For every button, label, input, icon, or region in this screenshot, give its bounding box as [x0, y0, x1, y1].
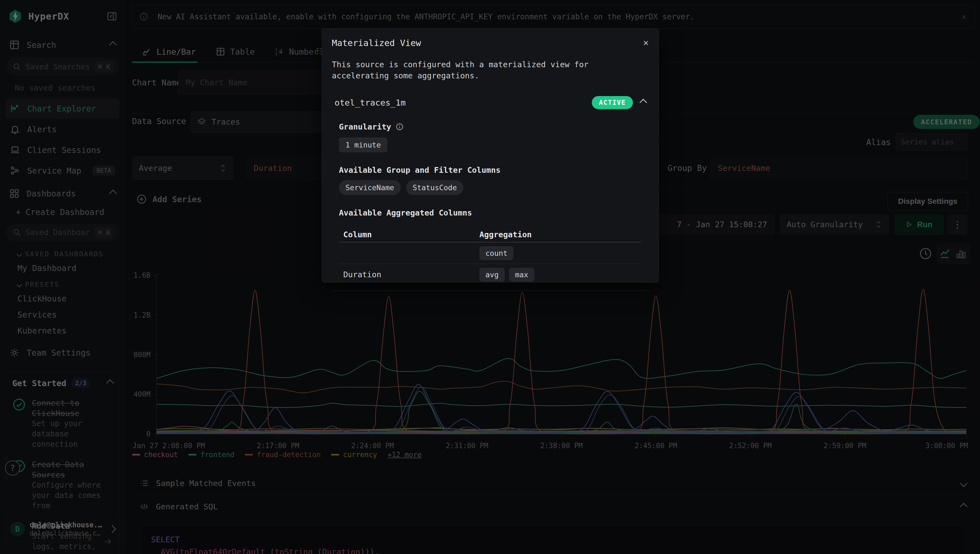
aggregation-pill: avg: [480, 268, 505, 282]
filter-column-pill: ServiceName: [339, 180, 401, 195]
aggregation-cell: count: [480, 248, 637, 258]
modal-title: Materialized View: [332, 38, 421, 48]
modal-description: This source is configured with a materia…: [332, 59, 649, 81]
aggregation-cell: avgmax: [480, 270, 637, 279]
materialized-view-modal: Materialized View ✕ This source is confi…: [322, 28, 659, 282]
aggregation-pill: max: [509, 268, 534, 282]
table-row: count: [339, 242, 641, 264]
aggregated-columns-table: Column Aggregation countDurationavgmax: [339, 227, 641, 285]
view-name: otel_traces_1m: [335, 98, 584, 107]
group-filter-columns-label: Available Group and Filter Columns: [339, 166, 649, 175]
chevron-up-icon[interactable]: [639, 99, 647, 107]
table-header-column: Column: [343, 230, 480, 239]
column-cell: Duration: [343, 270, 480, 279]
modal-close-icon[interactable]: ✕: [643, 38, 649, 47]
status-badge: ACTIVE: [592, 96, 633, 109]
granularity-label: Granularity: [339, 122, 391, 131]
filter-column-pill: StatusCode: [406, 180, 464, 195]
granularity-value-pill: 1 minute: [339, 137, 387, 152]
table-row: Durationavgmax: [339, 264, 641, 285]
hyperdx-app: HyperDX Search ⌘ K No saved searches Cha…: [0, 0, 980, 554]
info-icon: [395, 123, 404, 131]
group-filter-columns: ServiceNameStatusCode: [339, 180, 649, 195]
aggregated-columns-label: Available Aggregated Columns: [339, 208, 649, 217]
aggregation-pill: count: [480, 246, 513, 260]
table-header-aggregation: Aggregation: [480, 230, 637, 239]
